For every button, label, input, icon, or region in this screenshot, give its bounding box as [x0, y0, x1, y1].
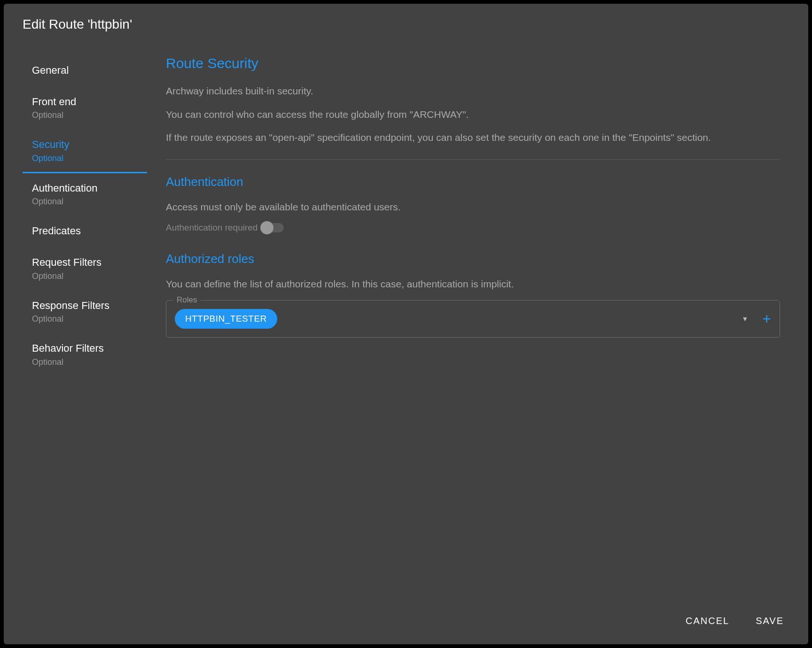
auth-required-toggle[interactable] — [261, 223, 284, 232]
role-chip[interactable]: HTTPBIN_TESTER — [175, 309, 277, 329]
sidebar-item-sub: Optional — [32, 197, 138, 207]
sidebar-item-sub: Optional — [32, 314, 138, 324]
security-desc-1: Archway includes built-in security. — [166, 84, 780, 99]
sidebar-item-frontend[interactable]: Front end Optional — [23, 87, 147, 130]
sidebar-item-label: Security — [32, 138, 138, 152]
sidebar-item-general[interactable]: General — [23, 55, 147, 87]
sidebar-item-security[interactable]: Security Optional — [23, 130, 147, 173]
edit-route-dialog: Edit Route 'httpbin' General Front end O… — [4, 4, 808, 644]
sidebar-item-label: General — [32, 64, 138, 77]
authentication-heading: Authentication — [166, 175, 780, 189]
security-desc-3: If the route exposes an "open-api" speci… — [166, 130, 780, 145]
sidebar-item-label: Front end — [32, 95, 138, 109]
cancel-button[interactable]: CANCEL — [680, 611, 735, 631]
sidebar-item-sub: Optional — [32, 357, 138, 367]
authorized-roles-desc: You can define the list of authorized ro… — [166, 277, 780, 292]
auth-toggle-label: Authentication required — [166, 223, 258, 233]
roles-select-field[interactable]: Roles HTTPBIN_TESTER ▼ + — [166, 300, 780, 338]
sidebar-item-label: Request Filters — [32, 256, 138, 270]
dialog-footer: CANCEL SAVE — [4, 600, 808, 644]
sidebar-item-label: Predicates — [32, 224, 138, 238]
security-desc-2: You can control who can access the route… — [166, 107, 780, 122]
auth-toggle-row: Authentication required — [166, 223, 780, 233]
dialog-header: Edit Route 'httpbin' — [4, 4, 808, 41]
save-button[interactable]: SAVE — [750, 611, 789, 631]
sidebar-item-authentication[interactable]: Authentication Optional — [23, 173, 147, 216]
authorized-roles-heading: Authorized roles — [166, 252, 780, 266]
sidebar-nav: General Front end Optional Security Opti… — [23, 55, 147, 600]
sidebar-item-predicates[interactable]: Predicates — [23, 216, 147, 247]
sidebar-item-sub: Optional — [32, 110, 138, 120]
dialog-title: Edit Route 'httpbin' — [23, 17, 789, 32]
sidebar-item-label: Response Filters — [32, 299, 138, 313]
roles-field-legend: Roles — [173, 295, 201, 305]
sidebar-item-sub: Optional — [32, 271, 138, 281]
authentication-desc: Access must only be available to authent… — [166, 200, 780, 215]
sidebar-item-label: Behavior Filters — [32, 342, 138, 355]
sidebar-item-request-filters[interactable]: Request Filters Optional — [23, 247, 147, 291]
toggle-thumb-icon — [260, 221, 273, 234]
route-security-heading: Route Security — [166, 55, 780, 71]
section-divider — [166, 159, 780, 160]
sidebar-item-behavior-filters[interactable]: Behavior Filters Optional — [23, 333, 147, 377]
chevron-down-icon[interactable]: ▼ — [742, 315, 748, 323]
add-role-icon[interactable]: + — [762, 311, 771, 326]
sidebar-item-response-filters[interactable]: Response Filters Optional — [23, 291, 147, 334]
sidebar-item-label: Authentication — [32, 182, 138, 195]
content-panel: Route Security Archway includes built-in… — [147, 55, 789, 600]
dialog-body: General Front end Optional Security Opti… — [4, 41, 808, 600]
sidebar-item-sub: Optional — [32, 154, 138, 163]
